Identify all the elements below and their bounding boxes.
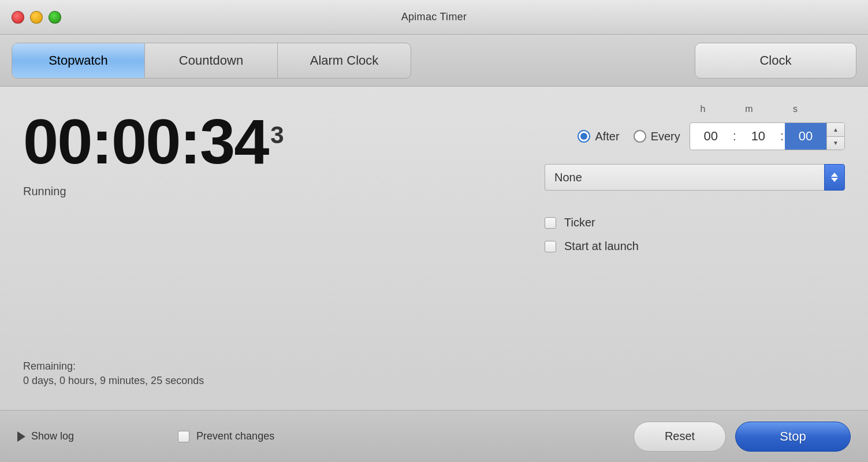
left-panel: 00:00:34 3 Running Remaining: 0 days, 0 … — [23, 104, 521, 393]
time-seconds-input[interactable] — [785, 123, 826, 150]
radio-after-dot — [580, 133, 587, 140]
tab-countdown-label: Countdown — [179, 53, 243, 68]
radio-time-row: After Every : : ▲ — [545, 122, 845, 150]
ticker-checkbox-item[interactable]: Ticker — [545, 216, 845, 229]
radio-every[interactable]: Every — [634, 130, 680, 143]
prevent-changes-checkbox[interactable] — [178, 431, 189, 442]
tab-clock-label: Clock — [759, 53, 791, 68]
checkbox-section: Ticker Start at launch — [545, 216, 845, 253]
show-log-button[interactable]: Show log — [17, 430, 74, 442]
arrow-down-icon — [831, 178, 838, 182]
window-controls — [12, 11, 61, 24]
interval-section: h m s After — [545, 104, 845, 150]
time-sep-2: : — [779, 129, 785, 144]
unit-m-label: m — [726, 104, 772, 114]
ticker-label: Ticker — [564, 216, 595, 229]
sound-dropdown: None — [545, 164, 845, 191]
reset-button[interactable]: Reset — [634, 422, 726, 452]
unit-s-label: s — [772, 104, 818, 114]
timer-display: 00:00:34 3 — [23, 110, 521, 173]
radio-after[interactable]: After — [578, 130, 619, 143]
tab-stopwatch[interactable]: Stopwatch — [12, 43, 145, 78]
remaining-section: Remaining: 0 days, 0 hours, 9 minutes, 2… — [23, 360, 521, 393]
time-hours-input[interactable] — [690, 123, 732, 150]
main-tabs: Stopwatch Countdown Alarm Clock — [12, 43, 411, 79]
titlebar: Apimac Timer — [0, 0, 868, 35]
radio-after-label: After — [595, 130, 619, 143]
interval-radio-group: After Every — [578, 130, 680, 143]
radio-after-circle[interactable] — [578, 130, 590, 143]
stop-button[interactable]: Stop — [735, 422, 851, 452]
tab-stopwatch-label: Stopwatch — [49, 53, 108, 68]
timer-sub-seconds: 3 — [270, 121, 284, 149]
start-at-launch-checkbox-item[interactable]: Start at launch — [545, 240, 845, 253]
radio-every-label: Every — [651, 130, 680, 143]
stop-label: Stop — [780, 429, 806, 444]
show-log-triangle-icon — [17, 431, 25, 442]
right-panel: h m s After — [545, 104, 845, 393]
sound-select[interactable]: None — [545, 164, 824, 191]
start-at-launch-label: Start at launch — [564, 240, 639, 253]
timer-main-time: 00:00:34 — [23, 110, 268, 173]
time-minutes-input[interactable] — [737, 123, 779, 150]
action-buttons: Reset Stop — [634, 422, 851, 452]
tabbar: Stopwatch Countdown Alarm Clock Clock — [0, 35, 868, 87]
reset-label: Reset — [665, 430, 695, 442]
sound-dropdown-arrow[interactable] — [824, 164, 845, 191]
app-title: Apimac Timer — [401, 11, 467, 23]
unit-h-label: h — [680, 104, 726, 114]
time-unit-labels: h m s — [545, 104, 845, 114]
main-content: 00:00:34 3 Running Remaining: 0 days, 0 … — [0, 87, 868, 410]
tab-alarm-clock[interactable]: Alarm Clock — [278, 43, 411, 78]
tab-clock[interactable]: Clock — [695, 43, 856, 79]
remaining-label: Remaining: — [23, 360, 521, 372]
ticker-checkbox[interactable] — [545, 217, 556, 229]
app-window: Apimac Timer Stopwatch Countdown Alarm C… — [0, 0, 868, 462]
prevent-changes-group: Prevent changes — [178, 430, 274, 442]
arrow-up-icon — [831, 173, 838, 177]
maximize-button[interactable] — [49, 11, 61, 24]
show-log-label: Show log — [31, 430, 74, 442]
tab-countdown[interactable]: Countdown — [145, 43, 278, 78]
radio-every-circle[interactable] — [634, 130, 646, 143]
timer-status: Running — [23, 185, 521, 198]
stepper-down-button[interactable]: ▼ — [827, 137, 844, 150]
start-at-launch-checkbox[interactable] — [545, 241, 556, 252]
time-stepper: ▲ ▼ — [826, 123, 844, 150]
remaining-value: 0 days, 0 hours, 9 minutes, 25 seconds — [23, 375, 521, 387]
close-button[interactable] — [12, 11, 24, 24]
minimize-button[interactable] — [30, 11, 43, 24]
stepper-up-button[interactable]: ▲ — [827, 123, 844, 137]
time-sep-1: : — [732, 129, 737, 144]
tab-alarm-clock-label: Alarm Clock — [310, 53, 379, 68]
prevent-changes-label: Prevent changes — [196, 430, 274, 442]
bottom-bar: Show log Prevent changes Reset Stop — [0, 410, 868, 462]
